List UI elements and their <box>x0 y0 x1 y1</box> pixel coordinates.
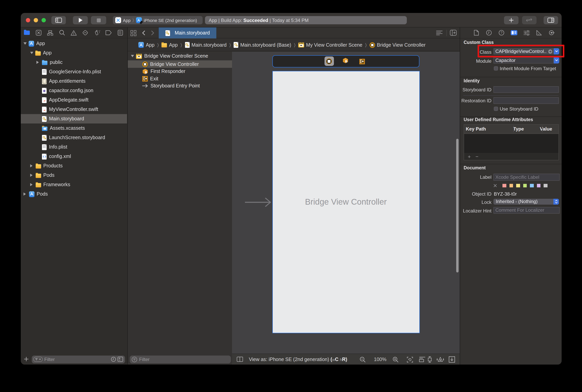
color-swatch-0[interactable] <box>503 184 506 188</box>
zoom-level[interactable]: 100% <box>374 356 386 362</box>
inspector-tab-file-inspector[interactable] <box>473 30 480 36</box>
breadcrumb-my-view-controller-scene[interactable]: My View Controller Scene <box>298 42 362 48</box>
outline-scene-row[interactable]: Bridge View Controller Scene <box>127 52 232 60</box>
add-file-icon[interactable] <box>24 357 28 362</box>
column-type[interactable]: Type <box>511 126 538 132</box>
file-row-info-plist[interactable]: Info.plist <box>21 142 127 152</box>
outline-row-bridge-view-controller[interactable]: Bridge View Controller <box>127 60 232 68</box>
activity-status[interactable]: App | Build App: Succeeded | Today at 5:… <box>205 16 407 24</box>
disclosure-closed-icon[interactable] <box>30 183 32 186</box>
inherit-module-checkbox[interactable] <box>494 66 498 70</box>
recent-files-icon[interactable] <box>111 357 116 362</box>
disclosure-open-icon[interactable] <box>30 52 33 54</box>
add-editor-button[interactable] <box>504 16 518 24</box>
navigator-tab-source-control[interactable] <box>33 28 45 38</box>
file-row-pods[interactable]: Pods <box>21 170 127 180</box>
navigator-tab-find[interactable] <box>56 28 68 38</box>
file-row-public[interactable]: public <box>21 58 127 67</box>
add-editor-split-icon[interactable] <box>450 30 457 36</box>
close-window-button[interactable] <box>26 18 30 22</box>
stop-button[interactable] <box>91 16 106 24</box>
disclosure-open-icon[interactable] <box>23 42 26 45</box>
navigator-tab-tests[interactable] <box>79 28 91 38</box>
toggle-navigator-button[interactable] <box>51 16 66 24</box>
navigator-tab-issues[interactable] <box>68 28 79 38</box>
storyboard-id-field[interactable] <box>494 86 559 93</box>
canvas-scrollbar[interactable] <box>456 138 459 272</box>
file-row-config-xml[interactable]: config.xml <box>21 152 127 161</box>
file-row-main-storyboard[interactable]: Main.storyboard <box>21 114 127 124</box>
device-view[interactable]: Bridge View Controller <box>272 71 420 333</box>
localizer-hint-field[interactable]: Comment For Localizer <box>494 207 560 214</box>
add-attribute-button[interactable]: + <box>468 154 471 159</box>
column-key-path[interactable]: Key Path <box>464 126 511 132</box>
dock-view-controller-icon[interactable] <box>324 57 334 66</box>
resolve-layout-icon[interactable] <box>437 357 444 362</box>
dock-exit-icon[interactable] <box>359 58 367 65</box>
color-swatch-2[interactable] <box>516 184 520 188</box>
inspector-tab-identity-inspector[interactable] <box>511 30 517 35</box>
breadcrumb-bridge-view-controller[interactable]: Bridge View Controller <box>369 42 425 48</box>
outline-row-first-responder[interactable]: 1First Responder <box>127 68 232 75</box>
run-button[interactable] <box>73 16 88 24</box>
column-value[interactable]: Value <box>538 126 552 132</box>
file-row-appdelegate-swift[interactable]: AppDelegate.swift <box>21 95 127 105</box>
runtime-attributes-body[interactable] <box>464 134 558 153</box>
zoom-out-icon[interactable] <box>360 357 366 362</box>
device-orientation-icon[interactable] <box>237 357 243 362</box>
file-row-capacitor-config-json[interactable]: capacitor.config.json <box>21 86 127 95</box>
disclosure-closed-icon[interactable] <box>30 164 32 168</box>
inspector-tab-attributes-inspector[interactable] <box>523 30 530 36</box>
color-swatch-4[interactable] <box>530 184 534 188</box>
file-row-products[interactable]: Products <box>21 161 127 170</box>
navigator-filter-input[interactable]: Filter <box>32 355 125 363</box>
inspector-tab-size-inspector[interactable] <box>536 30 543 36</box>
navigator-tab-breakpoints[interactable] <box>103 28 115 38</box>
inspector-tab-connections-inspector[interactable] <box>548 30 555 36</box>
disclosure-closed-icon[interactable] <box>23 192 26 196</box>
update-frames-icon[interactable] <box>407 357 413 362</box>
view-as-label[interactable]: View as: iPhone SE (2nd generation) (wC … <box>249 356 347 362</box>
color-swatch-1[interactable] <box>509 184 513 188</box>
zoom-window-button[interactable] <box>41 18 46 22</box>
restoration-id-field[interactable] <box>494 97 559 104</box>
navigator-tab-reports[interactable] <box>115 28 126 38</box>
editor-arrows-button[interactable] <box>522 16 536 24</box>
outline-row-storyboard-entry-point[interactable]: Storyboard Entry Point <box>127 82 232 90</box>
file-row-frameworks[interactable]: Frameworks <box>21 180 127 189</box>
go-back-icon[interactable] <box>142 30 145 36</box>
file-row-app-entitlements[interactable]: App.entitlements <box>21 76 127 86</box>
color-swatch-3[interactable] <box>523 184 527 188</box>
editor-options-icon[interactable] <box>436 30 443 35</box>
remove-attribute-button[interactable]: − <box>475 154 478 159</box>
file-row-launchscreen-storyboard[interactable]: LaunchScreen.storyboard <box>21 133 127 142</box>
outline-filter-input[interactable]: Filter <box>130 355 231 363</box>
minimize-window-button[interactable] <box>33 18 38 22</box>
no-color-icon[interactable] <box>494 184 497 188</box>
color-swatch-6[interactable] <box>544 184 547 188</box>
module-field[interactable]: Capacitor <box>494 57 554 63</box>
label-field[interactable]: Xcode Specific Label <box>494 174 560 181</box>
jump-bar[interactable]: App〉App〉Main.storyboard〉Main.storyboard … <box>127 39 460 51</box>
scheme-selector[interactable]: App 〉 iPhone SE (2nd generation) <box>113 16 202 24</box>
zoom-in-icon[interactable] <box>393 357 399 362</box>
use-storyboard-id-checkbox[interactable] <box>494 106 498 111</box>
embed-icon[interactable] <box>449 356 455 362</box>
module-dropdown-button[interactable] <box>554 57 559 63</box>
inspector-tab-quick-help[interactable]: ? <box>498 30 505 36</box>
file-row-pods[interactable]: Pods <box>21 189 127 199</box>
inspector-tab-history-inspector[interactable] <box>486 30 492 36</box>
breadcrumb-app[interactable]: App <box>138 42 155 48</box>
breadcrumb-main-storyboard-base-[interactable]: Main.storyboard (Base) <box>234 42 291 48</box>
go-forward-icon[interactable] <box>151 30 154 36</box>
dock-first-responder-icon[interactable]: 1 <box>342 58 351 65</box>
storyboard-entry-arrow[interactable] <box>245 197 272 207</box>
breadcrumb-main-storyboard[interactable]: Main.storyboard <box>185 42 227 48</box>
outline-row-exit[interactable]: Exit <box>127 75 232 82</box>
disclosure-closed-icon[interactable] <box>36 61 39 64</box>
file-row-myviewcontroller-swift[interactable]: MyViewController.swift <box>21 105 127 114</box>
file-row-assets-xcassets[interactable]: Assets.xcassets <box>21 124 127 133</box>
breadcrumb-app[interactable]: App <box>162 42 178 48</box>
disclosure-closed-icon[interactable] <box>30 174 32 177</box>
add-constraints-icon[interactable] <box>426 356 433 362</box>
